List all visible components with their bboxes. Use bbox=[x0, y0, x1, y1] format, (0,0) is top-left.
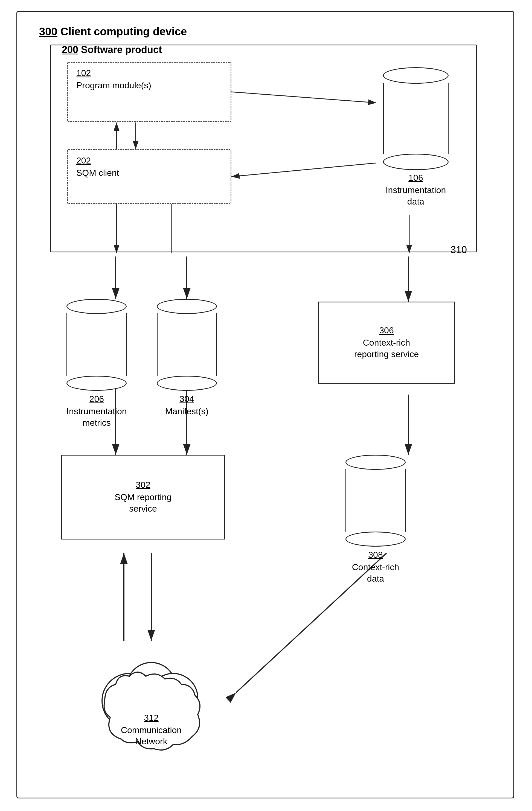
diagram-container: 300 Client computing device 200 Software… bbox=[16, 11, 514, 798]
outer-title-text: Client computing device bbox=[60, 26, 187, 37]
instr-data-cylinder: 106 Instrumentationdata bbox=[383, 67, 449, 207]
context-rich-data-cylinder: 308 Context-richdata bbox=[346, 455, 406, 584]
program-module-box: 102 Program module(s) bbox=[67, 62, 231, 122]
svg-line-5 bbox=[231, 163, 376, 177]
prog-module-id: 102 Program module(s) bbox=[76, 68, 151, 91]
sqm-reporting-box: 302 SQM reportingservice bbox=[61, 455, 225, 539]
sqm-client-id: 202 SQM client bbox=[76, 156, 119, 179]
software-product-box: 200 Software product 102 Program module(… bbox=[50, 45, 477, 253]
label-310: 310 bbox=[451, 244, 467, 256]
context-rich-service-box: 306 Context-richreporting service bbox=[318, 302, 455, 384]
software-title: 200 Software product bbox=[62, 44, 162, 56]
outer-title: 300 Client computing device bbox=[39, 26, 187, 38]
svg-line-2 bbox=[231, 92, 376, 103]
comm-network-cloud: 312 CommunicationNetwork bbox=[88, 641, 214, 755]
instr-metrics-cylinder: 206 Instrumentationmetrics bbox=[66, 299, 127, 428]
sqm-client-box: 202 SQM client bbox=[67, 149, 231, 204]
manifests-cylinder: 304 Manifest(s) bbox=[157, 299, 217, 417]
